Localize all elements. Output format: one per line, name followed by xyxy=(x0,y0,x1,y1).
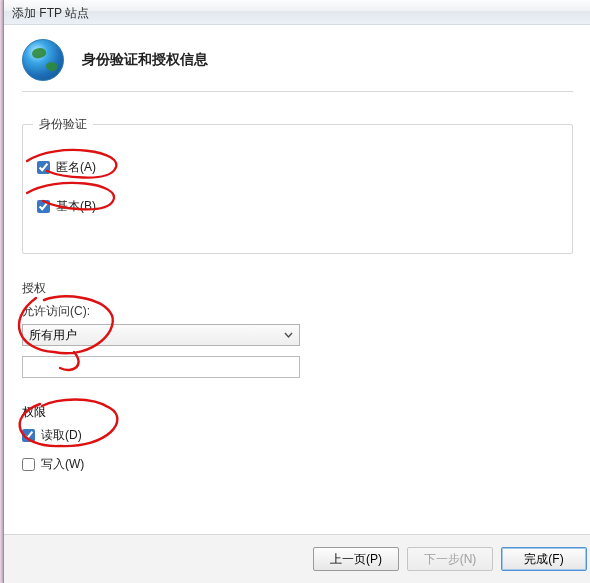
finish-button[interactable]: 完成(F) xyxy=(501,547,587,571)
row-anonymous: 匿名(A) xyxy=(37,159,558,176)
window-title: 添加 FTP 站点 xyxy=(4,0,590,25)
page-title: 身份验证和授权信息 xyxy=(82,51,208,69)
chevron-down-icon xyxy=(284,331,293,340)
label-write: 写入(W) xyxy=(41,456,84,473)
dialog-footer: 上一页(P) 下一步(N) 完成(F) xyxy=(4,534,590,583)
combo-allow-access-value: 所有用户 xyxy=(29,327,77,344)
row-read: 读取(D) xyxy=(22,427,573,444)
dialog-content: 身份验证 匿名(A) 基本(B) 授权 允许访问(C): 所有用户 xyxy=(4,124,590,473)
group-authorization-title: 授权 xyxy=(22,280,573,297)
checkbox-anonymous[interactable] xyxy=(37,161,50,174)
checkbox-read[interactable] xyxy=(22,429,35,442)
dialog-header: 身份验证和授权信息 xyxy=(4,25,590,91)
dialog-add-ftp-site: 添加 FTP 站点 身份验证和授权信息 身份验证 匿名(A) 基本(B) xyxy=(3,0,590,583)
globe-icon xyxy=(22,39,64,81)
group-permissions-title: 权限 xyxy=(22,404,573,421)
group-authorization: 授权 允许访问(C): 所有用户 xyxy=(22,280,573,378)
prev-button[interactable]: 上一页(P) xyxy=(313,547,399,571)
row-write: 写入(W) xyxy=(22,456,573,473)
label-anonymous: 匿名(A) xyxy=(56,159,96,176)
checkbox-basic[interactable] xyxy=(37,200,50,213)
next-button: 下一步(N) xyxy=(407,547,493,571)
row-basic: 基本(B) xyxy=(37,198,558,215)
checkbox-write[interactable] xyxy=(22,458,35,471)
combo-allow-access[interactable]: 所有用户 xyxy=(22,324,300,346)
label-allow-access: 允许访问(C): xyxy=(22,303,573,320)
label-basic: 基本(B) xyxy=(56,198,96,215)
header-separator xyxy=(22,91,573,92)
label-read: 读取(D) xyxy=(41,427,82,444)
group-authentication-title: 身份验证 xyxy=(33,116,93,133)
group-permissions: 权限 读取(D) 写入(W) xyxy=(22,404,573,473)
group-authentication: 身份验证 匿名(A) 基本(B) xyxy=(22,124,573,254)
input-specify-users[interactable] xyxy=(22,356,300,378)
